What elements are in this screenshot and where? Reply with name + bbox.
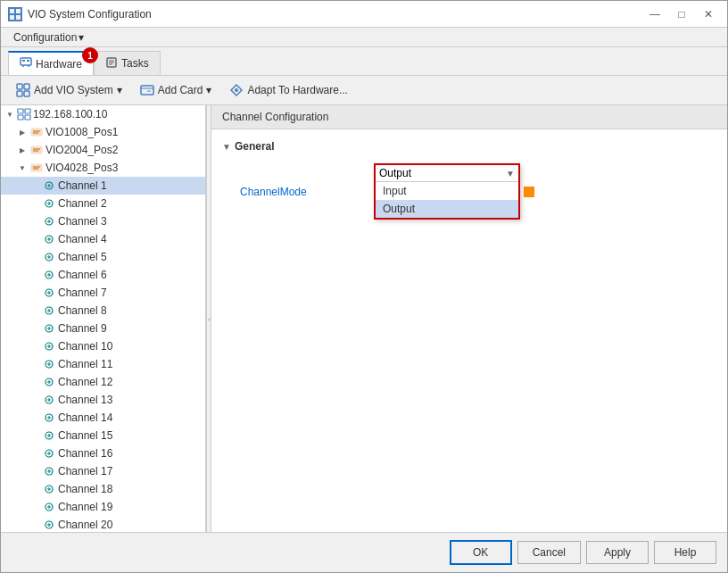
channel-icon [42,464,56,478]
tab-hardware[interactable]: Hardware 1 [8,51,94,75]
channel-icon [42,250,56,264]
channel-label: Channel 16 [58,447,202,460]
tree-item-vio3[interactable]: ▼ VIO4028_Pos3 [1,159,205,177]
tree-item-ch9[interactable]: Channel 9 [1,320,205,337]
channel-label: Channel 6 [58,269,202,281]
vio3-expander[interactable]: ▼ [17,162,28,173]
tree-item-ch5[interactable]: Channel 5 [1,248,205,266]
channel-mode-indicator [524,187,534,197]
svg-rect-6 [27,60,29,62]
tree-item-ch19[interactable]: Channel 19 [1,498,205,516]
svg-rect-24 [25,115,30,120]
maximize-button[interactable]: □ [670,5,693,23]
tree-item-ch7[interactable]: Channel 7 [1,284,205,302]
vio2-label: VIO2004_Pos2 [46,144,202,156]
tree-item-ch17[interactable]: Channel 17 [1,462,205,480]
tree-item-ch12[interactable]: Channel 12 [1,373,205,391]
tree-item-ch11[interactable]: Channel 11 [1,355,205,373]
dropdown-selected[interactable]: Output ▼ [376,165,518,182]
tree-item-ch1[interactable]: Channel 1 [1,177,205,195]
vio1-expander[interactable]: ▶ [17,127,28,137]
cancel-button[interactable]: Cancel [517,541,581,564]
apply-button[interactable]: Apply [586,541,649,564]
svg-rect-23 [18,115,23,120]
channel-label: Channel 9 [58,322,202,335]
tree-item-ch4[interactable]: Channel 4 [1,230,205,248]
svg-rect-3 [16,15,21,20]
svg-rect-28 [31,146,42,154]
channel-icon [42,500,56,514]
tree-item-ch20[interactable]: Channel 20 [1,516,205,532]
tree-item-ch15[interactable]: Channel 15 [1,427,205,444]
add-card-icon [140,83,154,97]
svg-rect-25 [31,129,42,136]
channel-icon [42,446,56,461]
ok-button[interactable]: OK [450,540,512,565]
tree-panel[interactable]: ▼ 192.168.100.10 ▶ [1,105,206,532]
tree-item-ch18[interactable]: Channel 18 [1,480,205,498]
general-section-header[interactable]: ▼ General [222,140,716,153]
config-body: ▼ General ChannelMode Output ▼ Input [211,129,727,532]
channel-label: Channel 8 [58,304,202,317]
tree-item-ch2[interactable]: Channel 2 [1,195,205,212]
vio3-icon [29,161,44,175]
adapt-label: Adapt To Hardware... [247,84,348,96]
channel-label: Channel 10 [58,340,202,353]
channel-icon [42,393,56,407]
minimize-button[interactable]: — [643,5,666,23]
vio3-label: VIO4028_Pos3 [46,162,202,174]
channel-icon [42,179,56,193]
add-card-label: Add Card [158,84,203,96]
tree-item-ch8[interactable]: Channel 8 [1,302,205,320]
root-expander[interactable]: ▼ [4,109,15,120]
svg-rect-0 [10,9,14,13]
general-expander[interactable]: ▼ [222,142,231,152]
menu-configuration[interactable]: Configuration ▾ [8,29,89,46]
channel-label: Channel 17 [58,465,202,478]
tab-tasks[interactable]: Tasks [94,51,161,75]
vio2-expander[interactable]: ▶ [17,145,28,155]
close-button[interactable]: ✕ [697,5,720,23]
tree-item-vio1[interactable]: ▶ VIO1008_Pos1 [1,123,205,141]
tree-item-root[interactable]: ▼ 192.168.100.10 [1,105,205,123]
channel-icon [42,268,56,282]
tree-item-ch6[interactable]: Channel 6 [1,266,205,284]
config-header-label: Channel Configuration [222,111,328,123]
add-vio-system-button[interactable]: Add VIO System ▾ [8,79,130,101]
tree-item-ch3[interactable]: Channel 3 [1,212,205,230]
option-output[interactable]: Output [376,200,518,218]
add-vio-arrow: ▾ [117,84,122,96]
channel-mode-dropdown[interactable]: Output ▼ Input Output [374,163,520,220]
add-card-button[interactable]: Add Card ▾ [132,79,220,101]
svg-rect-31 [31,164,42,171]
config-panel: Channel Configuration ▼ General ChannelM… [211,105,727,532]
option-input[interactable]: Input [376,182,518,200]
channel-label: Channel 15 [58,429,202,442]
hardware-tab-label: Hardware [36,58,82,71]
tab-bar: Hardware 1 Tasks [1,47,727,76]
menu-configuration-label: Configuration [13,31,77,44]
channel-icon [42,375,56,389]
vio2-icon [29,143,44,157]
add-vio-label: Add VIO System [34,84,113,96]
tree-item-ch10[interactable]: Channel 10 [1,337,205,355]
tree-item-vio2[interactable]: ▶ VIO2004_Pos2 [1,141,205,159]
help-button[interactable]: Help [654,541,716,564]
tree-item-ch13[interactable]: Channel 13 [1,391,205,409]
adapt-to-hardware-button[interactable]: Adapt To Hardware... [221,79,356,101]
svg-point-20 [235,88,238,92]
svg-rect-17 [141,86,153,95]
channel-icon [42,518,56,532]
channel-label: Channel 7 [58,286,202,299]
tree-item-ch14[interactable]: Channel 14 [1,409,205,427]
config-header: Channel Configuration [211,105,727,129]
channel-icon [42,339,56,353]
root-label: 192.168.100.10 [33,108,202,120]
tree-item-ch16[interactable]: Channel 16 [1,444,205,462]
tasks-tab-icon [105,56,118,71]
hardware-tab-badge: 1 [82,47,98,63]
channel-label: Channel 3 [58,215,202,228]
channel-mode-row: ChannelMode Output ▼ Input Output [222,160,716,223]
title-bar-left: VIO System Configuration [8,7,152,21]
channel-icon [42,428,56,443]
